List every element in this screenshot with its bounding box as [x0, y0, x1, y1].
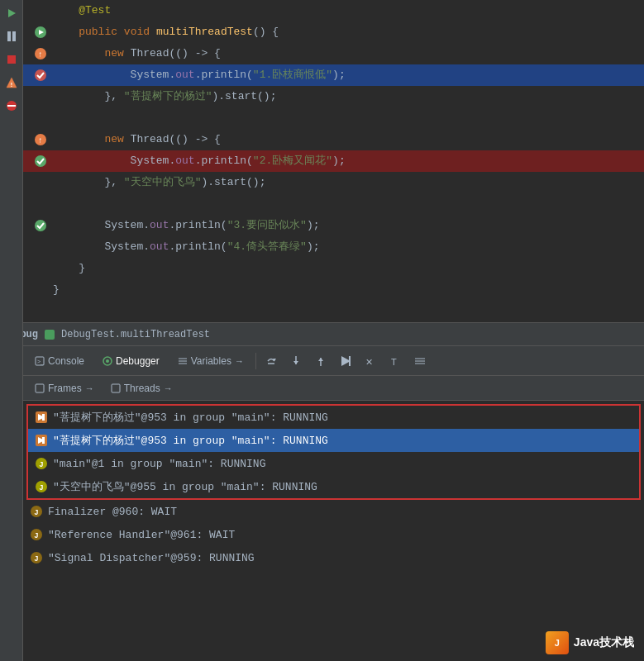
- svg-text:J: J: [39, 484, 43, 492]
- line-gutter: [31, 155, 50, 168]
- thread-icon-7: J: [30, 551, 43, 564]
- thread-text-1: "菩提树下的杨过"@953 in group "main": RUNNING: [53, 410, 328, 425]
- run-cursor-icon: [339, 354, 352, 368]
- variables-arrow: →: [235, 356, 244, 366]
- svg-point-8: [35, 220, 46, 231]
- threads-icon: [111, 383, 121, 393]
- threads-list[interactable]: "菩提树下的杨过"@953 in group "main": RUNNING "…: [23, 401, 644, 661]
- line-gutter: [31, 219, 50, 232]
- step-over-button[interactable]: [260, 350, 283, 373]
- watermark-logo: J: [546, 631, 569, 654]
- watermark: J Java技术栈: [546, 631, 634, 654]
- svg-point-20: [106, 359, 109, 363]
- svg-point-4: [35, 69, 46, 81]
- line-content: System.out.println("3.要问卧似水");: [50, 215, 644, 236]
- thread-item-7[interactable]: J "Signal Dispatcher"@959: RUNNING: [23, 546, 644, 569]
- watermark-label: Java技术栈: [574, 635, 634, 650]
- thread-icon-5: J: [30, 505, 43, 518]
- debug-left-sidebar: !: [0, 346, 23, 661]
- frames-label: Frames: [48, 383, 82, 394]
- frames-arrow: →: [85, 383, 94, 393]
- sub-toolbar: Frames → Threads →: [23, 376, 644, 401]
- debug-title-bar: Debug DebugTest.multiThreadTest: [0, 323, 644, 346]
- run-to-cursor-button[interactable]: [334, 350, 357, 373]
- svg-text:J: J: [34, 532, 38, 540]
- thread-icon-2: [35, 434, 48, 447]
- thread-icon-6: J: [30, 528, 43, 541]
- thread-item-2[interactable]: "菩提树下的杨过"@953 in group "main": RUNNING: [28, 429, 639, 452]
- tab-frames[interactable]: Frames →: [28, 380, 101, 397]
- svg-point-7: [35, 155, 46, 167]
- line-content: }: [50, 258, 644, 279]
- step-into-button[interactable]: [284, 350, 308, 373]
- thread-icon-4: J: [35, 480, 48, 493]
- highlighted-threads-box: "菩提树下的杨过"@953 in group "main": RUNNING "…: [26, 404, 641, 500]
- code-editor: 35 @Test36 public void multiThreadTest()…: [0, 0, 644, 322]
- svg-text:J: J: [34, 509, 38, 517]
- line-gutter: [31, 26, 50, 39]
- svg-text:J: J: [34, 555, 38, 564]
- step-out-button[interactable]: [309, 350, 332, 373]
- svg-marker-27: [293, 361, 298, 364]
- line-content: @Test: [50, 0, 644, 21]
- line-content: System.out.println("4.倚头答春绿");: [50, 236, 644, 258]
- thread-text-5: Finalizer @960: WAIT: [48, 506, 177, 518]
- thread-text-6: "Reference Handler"@961: WAIT: [48, 529, 235, 541]
- svg-text:J: J: [39, 461, 43, 469]
- line-content: new Thread(() -> {: [50, 129, 644, 150]
- evaluate-button[interactable]: ✕: [359, 350, 382, 373]
- thread-item-6[interactable]: J "Reference Handler"@961: WAIT: [23, 523, 644, 546]
- console-icon: >_: [35, 356, 45, 366]
- layout-icon: [413, 354, 427, 368]
- line-content: }: [50, 279, 644, 301]
- debugger-icon: [103, 356, 112, 366]
- svg-text:✕: ✕: [365, 357, 373, 367]
- toolbar-separator-1: [255, 353, 256, 369]
- line-gutter: ↑: [31, 47, 50, 60]
- line-content: }, "天空中的飞鸟").start();: [50, 172, 644, 193]
- svg-text:↑: ↑: [38, 136, 43, 145]
- variables-tab-label: Variables: [191, 355, 231, 367]
- debug-content: >_ Console Debugger Variables →: [23, 346, 644, 661]
- layout-button[interactable]: [408, 350, 432, 373]
- debug-session-name: DebugTest.multiThreadTest: [61, 329, 210, 340]
- threads-arrow: →: [164, 383, 173, 393]
- thread-item-3[interactable]: J "main"@1 in group "main": RUNNING: [28, 452, 639, 475]
- thread-icon-1: [35, 411, 48, 424]
- svg-rect-38: [112, 384, 120, 392]
- svg-rect-44: [42, 437, 45, 444]
- tab-debugger[interactable]: Debugger: [94, 352, 168, 370]
- thread-item-1[interactable]: "菩提树下的杨过"@953 in group "main": RUNNING: [28, 406, 639, 429]
- step-into-icon: [289, 354, 303, 368]
- line-gutter: [31, 69, 50, 82]
- thread-text-4: "天空中的飞鸟"@955 in group "main": RUNNING: [53, 479, 317, 494]
- line-gutter: ↑: [31, 133, 50, 146]
- tab-variables[interactable]: Variables →: [169, 352, 252, 370]
- thread-text-2: "菩提树下的杨过"@953 in group "main": RUNNING: [53, 433, 328, 448]
- thread-item-5[interactable]: J Finalizer @960: WAIT: [23, 500, 644, 523]
- debug-session-icon: [45, 330, 55, 340]
- settings-button[interactable]: T: [384, 350, 407, 373]
- tab-console[interactable]: >_ Console: [26, 352, 93, 370]
- debugger-tab-label: Debugger: [116, 355, 160, 367]
- step-over-icon: [265, 354, 278, 368]
- console-tab-label: Console: [48, 355, 84, 367]
- line-content: System.out.println("1.卧枝商恨低");: [50, 64, 644, 86]
- svg-text:>_: >_: [37, 359, 44, 365]
- debug-panel: Debug DebugTest.multiThreadTest !: [0, 322, 644, 661]
- debug-toolbar: >_ Console Debugger Variables →: [23, 346, 644, 376]
- threads-label: Threads: [124, 383, 160, 394]
- evaluate-icon: ✕: [364, 354, 377, 368]
- line-content: System.out.println("2.卧梅又闻花");: [50, 150, 644, 172]
- svg-text:↑: ↑: [38, 50, 43, 59]
- thread-item-4[interactable]: J "天空中的飞鸟"@955 in group "main": RUNNING: [28, 475, 639, 498]
- svg-rect-41: [42, 414, 45, 421]
- line-content: }, "菩提树下的杨过").start();: [50, 86, 644, 107]
- line-content: public void multiThreadTest() {: [50, 21, 644, 43]
- tab-threads[interactable]: Threads →: [104, 380, 179, 397]
- thread-icon-3: J: [35, 457, 48, 470]
- watermark-logo-text: J: [555, 638, 560, 648]
- line-content: new Thread(() -> {: [50, 43, 644, 64]
- variables-icon: [178, 356, 188, 366]
- frames-icon: [35, 383, 45, 393]
